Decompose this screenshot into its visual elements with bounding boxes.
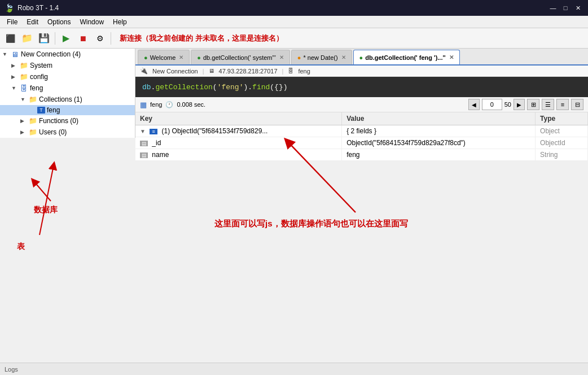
conn-sep-1: | <box>203 68 204 75</box>
tree-item-collections[interactable]: ▼ 📁 Collections (1) <box>0 94 135 105</box>
server-address: 47.93.228.218:27017 <box>219 68 278 75</box>
tab-close-newdate[interactable]: ✕ <box>341 54 346 60</box>
main-layout: ▼ 🖥 New Connection (4) ▶ 📁 System ▶ 📁 co… <box>0 49 588 363</box>
query-str: 'feng' <box>217 83 244 91</box>
table-row-0-name: ▤ name feng String <box>135 149 588 161</box>
page-input[interactable] <box>482 99 502 110</box>
toolbar-annotation: 新连接（我之前创建的 并未取名，这里是连接名） <box>120 33 283 43</box>
tab-close-system[interactable]: ✕ <box>279 54 284 60</box>
tree-item-feng-db[interactable]: ▼ 🗄 feng <box>0 82 135 94</box>
tree-item-feng-table[interactable]: T feng <box>0 105 135 115</box>
tree-toggle-connection[interactable]: ▼ <box>2 51 10 57</box>
system-label: System <box>30 62 52 69</box>
content-annotation-text: 这里面可以写js，数据库操作语句也可以在这里面写 <box>214 219 408 228</box>
tab-welcome[interactable]: ● Welcome ✕ <box>138 50 190 64</box>
toolbar: ⬛ 📁 💾 ▶ ⏹ ⚙ 新连接（我之前创建的 并未取名，这里是连接名） <box>0 28 588 49</box>
db-name: feng <box>298 68 310 75</box>
row-0-key: ▼ ≡ (1) ObjectId("5f6841534f759d829... <box>135 125 342 137</box>
view-tree-button[interactable]: ☰ <box>542 99 554 110</box>
menu-help[interactable]: Help <box>108 17 131 27</box>
tree-toggle-config[interactable]: ▶ <box>11 74 19 80</box>
sidebar: ▼ 🖥 New Connection (4) ▶ 📁 System ▶ 📁 co… <box>0 49 135 138</box>
connection-label: New Connection (4) <box>21 50 81 58</box>
status-bar: Logs <box>0 363 588 375</box>
menu-file[interactable]: File <box>2 17 22 27</box>
app-icon: 🍃 <box>5 3 14 12</box>
next-page-button[interactable]: ▶ <box>514 99 525 110</box>
tab-icon-system: ● <box>197 54 201 61</box>
toolbar-new-btn[interactable]: ⬛ <box>2 30 18 46</box>
row-id-key: ▤ _id <box>135 137 342 149</box>
prev-page-button[interactable]: ◀ <box>468 99 480 110</box>
maximize-button[interactable]: □ <box>560 3 571 13</box>
row-name-type: String <box>536 149 588 161</box>
server-icon: 🖥 <box>10 50 19 59</box>
result-toolbar-right: ◀ 50 ▶ ⊞ ☰ ≡ ⊟ <box>468 99 583 110</box>
row-name-value: feng <box>342 149 536 161</box>
tab-label-newdate: * new Date() <box>303 54 337 61</box>
tab-close-feng[interactable]: ✕ <box>449 54 454 60</box>
tree-item-users[interactable]: ▶ 📁 Users (0) <box>0 127 135 138</box>
tab-label-feng: db.getCollection(' feng ')...'' <box>365 54 445 61</box>
table-icon-feng: T <box>37 107 45 114</box>
toolbar-stop-btn[interactable]: ⏹ <box>75 30 91 46</box>
query-paren1: ( <box>213 83 217 91</box>
tree-item-functions[interactable]: ▶ 📁 Functions (0) <box>0 115 135 127</box>
query-dot1: . <box>151 83 156 91</box>
tab-system[interactable]: ● db.getCollection(' system''' ✕ <box>191 50 290 64</box>
feng-table-label: feng <box>47 106 60 114</box>
toolbar-run-btn[interactable]: ▶ <box>58 30 74 46</box>
tree-toggle-functions[interactable]: ▶ <box>20 118 28 124</box>
view-text-button[interactable]: ≡ <box>556 99 569 110</box>
minimize-button[interactable]: — <box>547 3 559 13</box>
toolbar-save-btn[interactable]: 💾 <box>36 30 52 46</box>
tree-toggle-system[interactable]: ▶ <box>11 63 19 68</box>
view-table-button[interactable]: ⊞ <box>527 99 539 110</box>
tree-toggle-feng[interactable]: ▼ <box>11 85 19 91</box>
close-button[interactable]: ✕ <box>572 3 583 13</box>
query-editor[interactable]: db.getCollection('feng').find({}) <box>135 77 588 97</box>
result-toolbar: ▦ feng 🕐 0.008 sec. ◀ 50 ▶ ⊞ ☰ ≡ ⊟ <box>135 97 588 112</box>
menu-edit[interactable]: Edit <box>22 17 43 27</box>
field-icon-id: ▤ <box>140 141 148 146</box>
folder-icon-system: 📁 <box>19 61 28 70</box>
view-custom-button[interactable]: ⊟ <box>571 99 583 110</box>
tree-item-new-connection[interactable]: ▼ 🖥 New Connection (4) <box>0 49 135 60</box>
col-key: Key <box>135 112 342 125</box>
tab-icon-newdate: ● <box>297 54 301 61</box>
result-time: 0.008 sec. <box>177 101 205 108</box>
toolbar-settings-btn[interactable]: ⚙ <box>92 30 108 46</box>
tree-item-system[interactable]: ▶ 📁 System <box>0 60 135 71</box>
menu-window[interactable]: Window <box>75 17 108 27</box>
table-row-0: ▼ ≡ (1) ObjectId("5f6841534f759d829... {… <box>135 125 588 137</box>
content-area: ● Welcome ✕ ● db.getCollection(' system'… <box>135 49 588 161</box>
tree-toggle-collections[interactable]: ▼ <box>20 97 28 102</box>
table-row-0-id: ▤ _id ObjectId("5f6841534f759d829a27f8cd… <box>135 137 588 149</box>
title-bar: 🍃 Robo 3T - 1.4 — □ ✕ <box>0 0 588 16</box>
sidebar-wrapper: ▼ 🖥 New Connection (4) ▶ 📁 System ▶ 📁 co… <box>0 49 135 363</box>
col-type: Type <box>536 112 588 125</box>
row-0-type: Object <box>536 125 588 137</box>
toolbar-sep-1 <box>55 32 55 45</box>
tab-label-system: db.getCollection(' system''' <box>203 54 276 61</box>
toolbar-open-btn[interactable]: 📁 <box>19 30 35 46</box>
folder-icon-functions: 📁 <box>28 116 37 125</box>
tab-icon-feng: ● <box>359 54 363 61</box>
expand-arrow-0[interactable]: ▼ <box>140 128 146 134</box>
tree-toggle-users[interactable]: ▶ <box>20 129 28 135</box>
result-table-icon: ▦ <box>140 101 147 109</box>
conn-sep-2: | <box>282 68 284 75</box>
menu-options[interactable]: Options <box>43 17 75 27</box>
row-name-key: ▤ name <box>135 149 342 161</box>
feng-db-label: feng <box>30 84 43 92</box>
results-table: Key Value Type ▼ ≡ (1) ObjectId("5f68415… <box>135 112 588 161</box>
db-icon-feng: 🗄 <box>19 84 28 93</box>
tab-close-welcome[interactable]: ✕ <box>179 54 183 60</box>
row-0-key-text: (1) ObjectId("5f6841534f759d829... <box>162 127 268 135</box>
tab-newdate[interactable]: ● * new Date() ✕ <box>291 50 352 64</box>
query-find: find <box>252 83 270 91</box>
window-controls: — □ ✕ <box>547 3 583 13</box>
tree-item-config[interactable]: ▶ 📁 config <box>0 71 135 82</box>
folder-icon-collections: 📁 <box>28 95 37 104</box>
tab-feng[interactable]: ● db.getCollection(' feng ')...'' ✕ <box>353 50 460 64</box>
